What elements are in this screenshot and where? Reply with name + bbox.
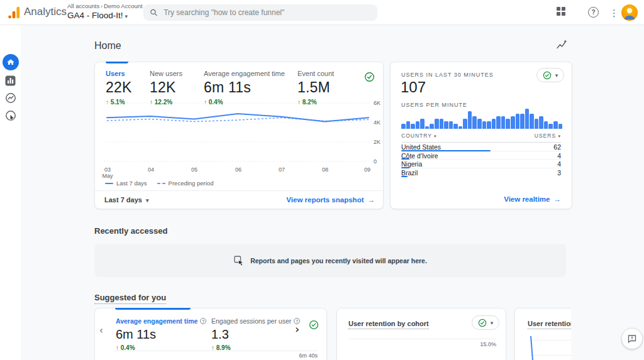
users-per-minute-bar (520, 114, 525, 129)
users-per-minute-bar (453, 124, 458, 129)
users-per-minute-bar (468, 111, 472, 129)
users-per-minute-bar (482, 121, 487, 129)
suggested-title: Suggested for you (94, 293, 166, 302)
search-input[interactable] (164, 8, 371, 17)
table-row: United States 62 (401, 143, 561, 151)
axis-label: 6m 40s (299, 352, 318, 359)
advertising-icon (5, 110, 16, 121)
users-per-minute-bar (511, 116, 515, 129)
users-per-minute-bar (435, 119, 439, 129)
users-sort-button[interactable]: USERS ▾ (535, 133, 561, 139)
insights-button[interactable] (556, 39, 568, 53)
data-quality-icon[interactable] (309, 320, 319, 332)
help-icon: ? (200, 318, 206, 324)
person-icon (621, 4, 638, 21)
users-per-minute-bar (440, 119, 444, 129)
feedback-button[interactable] (621, 328, 643, 349)
property-selector[interactable]: GA4 - Flood-It!▾ (67, 11, 143, 20)
users-per-minute-bar (492, 119, 496, 129)
metric-tab-engaged-sessions[interactable]: Engaged sessions per user? 1.3 ↑ 8.9% (211, 317, 300, 351)
x-tick: 06 (230, 166, 247, 173)
users-per-minute-bar (430, 124, 434, 129)
breadcrumb: All accounts›Demo Account (67, 3, 143, 9)
users-per-minute-bar (463, 119, 467, 129)
users-per-minute-bar (548, 124, 553, 129)
nav-rail (0, 25, 21, 360)
card-title: User retention by cohort (348, 320, 429, 327)
realtime-title: USERS IN LAST 30 MINUTES (401, 72, 494, 78)
x-tick: 07 (274, 166, 290, 173)
users-per-minute-label: USERS PER MINUTE (401, 102, 467, 108)
date-range-selector[interactable]: Last 7 days ▾ (104, 196, 149, 204)
active-metric-indicator (115, 308, 191, 310)
caret-down-icon: ▾ (434, 134, 437, 138)
data-quality-dropdown[interactable]: ▾ (536, 68, 564, 82)
caret-down-icon: ▾ (125, 13, 128, 19)
recently-accessed-title: Recently accessed (94, 226, 167, 236)
country-sort-button[interactable]: COUNTRY ▾ (401, 133, 437, 139)
users-per-minute-bar (539, 116, 543, 129)
x-tick: 05 (186, 166, 203, 173)
solid-line-swatch (105, 183, 113, 184)
users-per-minute-bar (420, 119, 425, 129)
users-per-minute-bar (449, 121, 453, 129)
table-row: Côte d'Ivoire 4 (401, 151, 561, 160)
nav-advertising[interactable] (0, 110, 21, 121)
realtime-country-table: COUNTRY ▾ USERS ▾ United States 62 Côte … (401, 133, 561, 177)
data-quality-icon[interactable] (364, 72, 375, 85)
users-per-minute-chart (401, 109, 562, 129)
users-per-minute-bar (472, 116, 477, 129)
account-switcher[interactable]: All accounts›Demo Account GA4 - Flood-It… (67, 3, 143, 20)
analytics-logo-icon[interactable] (7, 6, 21, 19)
y-tick: 6K (374, 100, 380, 106)
nav-home[interactable] (0, 54, 21, 70)
check-circle-icon (478, 319, 487, 327)
chart-legend: Last 7 days Preceding period (105, 180, 213, 187)
x-tick: 04 (143, 166, 159, 173)
users-per-minute-bar (411, 124, 415, 129)
compass-icon (5, 92, 16, 104)
page-title: Home (94, 40, 121, 52)
apps-grid-button[interactable] (556, 6, 566, 16)
check-circle-icon (543, 71, 552, 80)
table-row: Brazil 3 (401, 168, 561, 177)
engagement-card: ‹ Average engagement time? 6m 11s ↑ 0.4%… (94, 308, 327, 360)
empty-state-message: Reports and pages you recently visited w… (250, 257, 427, 265)
x-tick: 03 (99, 166, 116, 173)
x-tick: 09 (359, 166, 375, 173)
nav-explore[interactable] (0, 92, 21, 104)
users-per-minute-bar (530, 114, 534, 129)
users-per-minute-bar (416, 121, 420, 129)
users-per-minute-bar (553, 121, 558, 129)
y-tick: 4K (374, 119, 380, 126)
retention-sparkline (528, 335, 571, 360)
users-per-minute-bar (501, 116, 506, 129)
view-realtime-link[interactable]: View realtime→ (504, 195, 561, 203)
carousel-next-button[interactable]: › (295, 322, 299, 335)
caret-down-icon: ▾ (146, 197, 149, 204)
carousel-prev-button[interactable]: ‹ (99, 325, 103, 336)
axis-label: 15.0% (480, 341, 496, 347)
home-icon (6, 58, 15, 67)
arrow-right-icon: → (368, 196, 375, 204)
overview-card: Users 22K ↑ 5.1% New users 12K ↑ 12.2% A… (94, 62, 384, 209)
metric-tab-avg-engagement-time[interactable]: Average engagement time? 6m 11s ↑ 0.4% (116, 317, 206, 351)
user-avatar[interactable] (621, 4, 638, 21)
retention-cohort-card: User retention by cohort ▾ 15.0% (336, 308, 506, 360)
nav-reports[interactable] (0, 75, 21, 86)
feedback-icon (627, 334, 637, 344)
users-per-minute-bar (516, 114, 520, 129)
view-reports-snapshot-link[interactable]: View reports snapshot→ (286, 196, 375, 204)
users-per-minute-bar (496, 116, 501, 129)
y-tick: 0 (374, 158, 377, 165)
search-bar[interactable] (143, 4, 377, 21)
data-quality-dropdown[interactable]: ▾ (472, 315, 499, 330)
users-per-minute-bar (525, 109, 530, 129)
bar-chart-icon (5, 75, 16, 86)
users-per-minute-bar (477, 119, 482, 129)
insights-icon (556, 39, 568, 51)
more-options-button[interactable]: ⋮ (609, 8, 619, 19)
help-button[interactable]: ? (588, 7, 599, 18)
breadcrumb-separator-icon: › (101, 4, 103, 9)
caret-down-icon: ▾ (555, 72, 558, 79)
